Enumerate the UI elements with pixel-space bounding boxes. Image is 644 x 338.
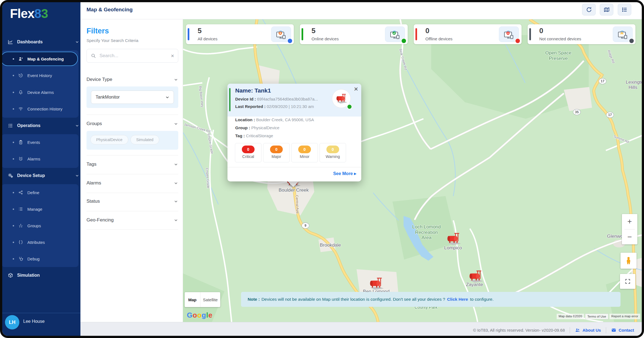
popup-device-name: Name: Tank1 bbox=[235, 87, 271, 94]
divider bbox=[87, 155, 178, 155]
gears-icon bbox=[8, 173, 13, 178]
bullet-dot bbox=[13, 142, 14, 143]
clear-search-icon[interactable]: × bbox=[171, 53, 174, 59]
map-label-lexington-2: Hills bbox=[629, 85, 637, 90]
copyright-text: © IoT83, All rights reserved. Version- v… bbox=[473, 328, 565, 332]
severity-tile-warning: 0 Warning bbox=[320, 143, 346, 162]
sidebar-item-simulation[interactable]: Simulation bbox=[2, 269, 86, 281]
sidebar-item-alarms[interactable]: Alarms bbox=[2, 153, 91, 165]
google-logo: Google bbox=[187, 311, 213, 319]
pegman-icon bbox=[624, 257, 633, 265]
search-input[interactable] bbox=[99, 53, 168, 59]
cube-icon bbox=[8, 273, 13, 278]
zoom-out-button[interactable]: − bbox=[622, 229, 637, 244]
map-type-satellite[interactable]: Satellite bbox=[200, 292, 220, 307]
sidebar-item-operations[interactable]: Operations bbox=[2, 120, 86, 132]
filter-section-alarms[interactable]: Alarms bbox=[87, 178, 178, 188]
group-chip-simulated[interactable]: Simulated bbox=[130, 135, 159, 144]
route-shield-17a: 17 bbox=[599, 78, 606, 84]
stat-value: 0 bbox=[539, 27, 543, 35]
pegman-control[interactable] bbox=[621, 253, 637, 269]
bullet-dot bbox=[13, 192, 14, 193]
chevron-down-icon bbox=[75, 40, 79, 44]
severity-tile-major: 0 Major bbox=[263, 143, 290, 162]
group-chip-physicaldevice[interactable]: PhysicalDevice bbox=[90, 135, 128, 144]
status-dot bbox=[515, 38, 520, 44]
terms-of-use-link[interactable]: Terms of Use bbox=[585, 314, 608, 319]
stat-value: 0 bbox=[425, 27, 429, 35]
filter-section-groups[interactable]: Groups bbox=[87, 119, 178, 128]
cluster-icon bbox=[18, 223, 23, 228]
divider bbox=[87, 115, 178, 115]
contact-link[interactable]: Contact bbox=[611, 328, 634, 333]
window-frame: Flex83 Dashboards Map & Geofencing Event… bbox=[0, 0, 644, 338]
popup-tag-row: Tag :CriticalStorage bbox=[235, 133, 273, 138]
status-dot bbox=[401, 38, 407, 44]
user-name: Lee House bbox=[23, 319, 44, 324]
map-label-loch-lomond-3: Area bbox=[410, 235, 443, 241]
filters-subtitle: Specify Your Search Criteria bbox=[87, 38, 138, 43]
stat-card-online-devices[interactable]: 5 Online devices bbox=[300, 24, 408, 44]
stat-card-offline-devices[interactable]: 0 Offline devices bbox=[414, 24, 522, 44]
note-bar: Note : Devices will not be available on … bbox=[241, 292, 621, 307]
severity-tile-critical: 0 Critical bbox=[235, 143, 261, 162]
sidebar-item-groups[interactable]: Groups bbox=[2, 220, 91, 232]
stat-card-not-connected-devices[interactable]: 0 Not connected devices bbox=[528, 24, 635, 44]
accent-bar bbox=[529, 28, 531, 40]
sidebar-item-map-geofencing[interactable]: Map & Geofencing bbox=[2, 52, 78, 66]
tank-marker-zayante[interactable] bbox=[468, 269, 484, 284]
page-title: Map & Geofencing bbox=[87, 2, 133, 19]
see-more-link[interactable]: See More ▸ bbox=[333, 171, 356, 176]
chevron-down-icon bbox=[75, 173, 79, 178]
fullscreen-control[interactable] bbox=[620, 274, 635, 289]
map-type-map[interactable]: Map bbox=[185, 292, 200, 307]
sidebar-item-events[interactable]: Events bbox=[2, 136, 91, 148]
device-popup: Name: Tank1 Device Id :69f4acfaa7564d0ea… bbox=[227, 84, 361, 181]
tank-marker-lompico[interactable] bbox=[446, 231, 462, 246]
sidebar-item-define[interactable]: Define bbox=[2, 186, 91, 199]
list-check-icon bbox=[8, 123, 13, 128]
sidebar-item-debug[interactable]: Debug bbox=[2, 253, 91, 265]
click-here-link[interactable]: Click Here bbox=[447, 297, 468, 302]
tank-marker-ben-lomond[interactable] bbox=[368, 276, 384, 291]
device-type-select[interactable]: TankMonitor bbox=[91, 91, 174, 104]
route-shield-17b: 17 bbox=[606, 112, 614, 118]
sidebar-item-device-setup[interactable]: Device Setup bbox=[2, 170, 86, 182]
stat-label: Offline devices bbox=[425, 36, 452, 41]
list-view-button[interactable] bbox=[618, 4, 631, 15]
sidebar-item-dashboards[interactable]: Dashboards bbox=[2, 36, 86, 48]
bullet-dot bbox=[13, 75, 14, 76]
list-icon bbox=[18, 207, 23, 212]
search-box: × bbox=[87, 49, 178, 63]
report-map-error-link[interactable]: Report a map error bbox=[609, 314, 640, 319]
filter-section-device-type[interactable]: Device Type bbox=[87, 75, 178, 84]
close-icon[interactable]: × bbox=[352, 85, 360, 93]
person-plus-icon bbox=[18, 56, 23, 62]
about-us-link[interactable]: About Us bbox=[575, 328, 601, 333]
map-area[interactable]: Boulder Creek Central Ave Brookdale Loch… bbox=[183, 19, 642, 322]
sidebar-item-connection-history[interactable]: Connection History bbox=[2, 103, 91, 115]
map-view-button[interactable] bbox=[600, 4, 613, 15]
zoom-in-button[interactable]: + bbox=[622, 214, 637, 229]
stat-label: Online devices bbox=[311, 36, 339, 41]
filter-section-geofencing[interactable]: Geo-Fencing bbox=[87, 215, 178, 225]
chevron-down-icon bbox=[174, 218, 178, 223]
sidebar-item-manage[interactable]: Manage bbox=[2, 203, 91, 215]
divider bbox=[87, 193, 178, 193]
braces-icon bbox=[18, 240, 23, 245]
filter-section-status[interactable]: Status bbox=[87, 197, 178, 206]
stat-card-all-devices[interactable]: 5 All devices bbox=[186, 24, 294, 44]
refresh-button[interactable] bbox=[582, 4, 596, 15]
sidebar-item-device-alarms[interactable]: Device Alarms bbox=[2, 86, 91, 98]
severity-count: 0 bbox=[326, 146, 339, 153]
user-avatar[interactable]: LH bbox=[5, 315, 19, 329]
bullet-dot bbox=[13, 92, 14, 93]
bullet-dot bbox=[13, 208, 14, 210]
search-icon bbox=[91, 53, 96, 59]
divider bbox=[570, 327, 570, 333]
sidebar-item-attributes[interactable]: Attributes bbox=[2, 236, 91, 248]
sidebar-item-event-history[interactable]: Event History bbox=[2, 69, 91, 81]
chevron-down-icon bbox=[174, 181, 178, 186]
filter-section-tags[interactable]: Tags bbox=[87, 160, 178, 169]
severity-count: 0 bbox=[298, 146, 311, 153]
